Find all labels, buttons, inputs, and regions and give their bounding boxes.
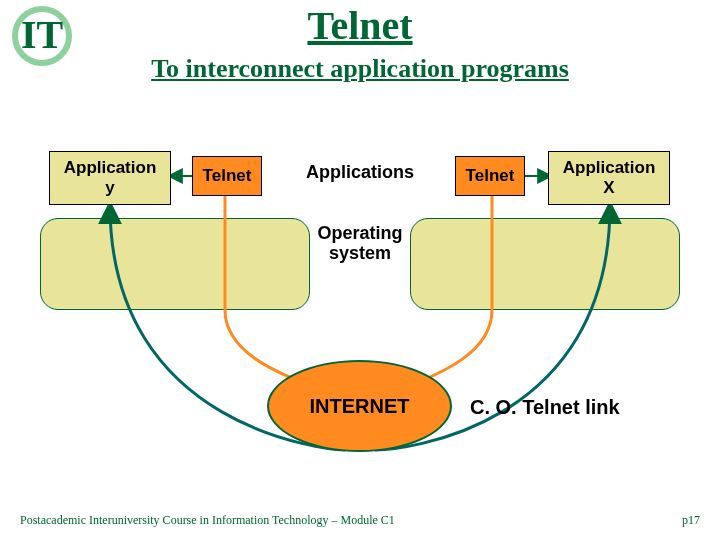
application-x-label: Application X <box>563 158 656 197</box>
footer-course: Postacademic Interuniversity Course in I… <box>20 513 395 528</box>
footer-page: p17 <box>682 513 700 528</box>
telnet-right-box: Telnet <box>455 156 525 196</box>
slide: IT Telnet To interconnect application pr… <box>0 0 720 540</box>
application-y-box: Application y <box>49 151 171 205</box>
footer: Postacademic Interuniversity Course in I… <box>20 513 700 528</box>
page-subtitle: To interconnect application programs <box>0 54 720 84</box>
internet-ellipse: INTERNET <box>267 360 452 452</box>
telnet-right-label: Telnet <box>466 166 515 186</box>
telnet-left-box: Telnet <box>192 156 262 196</box>
applications-label: Applications <box>280 162 440 183</box>
application-y-label: Application y <box>64 158 157 197</box>
internet-label: INTERNET <box>310 395 410 418</box>
application-x-box: Application X <box>548 151 670 205</box>
operating-system-label: Operating system <box>280 224 440 264</box>
co-telnet-link-label: C. O. Telnet link <box>470 396 620 419</box>
os-box-right <box>410 218 680 310</box>
page-title: Telnet <box>0 2 720 49</box>
os-box-left <box>40 218 310 310</box>
telnet-left-label: Telnet <box>203 166 252 186</box>
